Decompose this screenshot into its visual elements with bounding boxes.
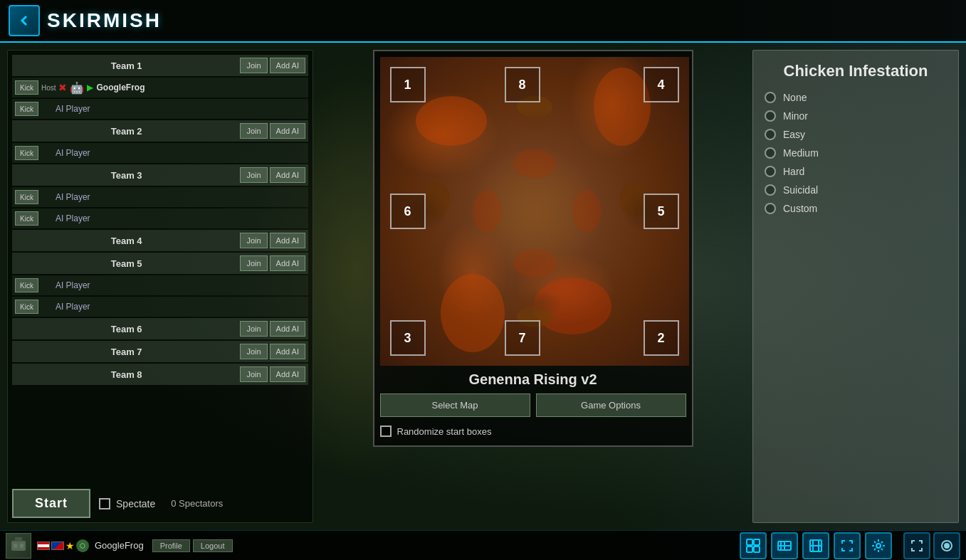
toolbar-icons xyxy=(740,532,892,559)
team-2-join-btn[interactable]: Join xyxy=(240,123,267,139)
team-1-addai-btn[interactable]: Add AI xyxy=(270,58,305,73)
toolbar-btn-3[interactable] xyxy=(802,532,829,559)
radio-hard[interactable]: Hard xyxy=(765,166,947,177)
toolbar-btn-1[interactable] xyxy=(740,532,767,559)
expand-btn[interactable] xyxy=(903,532,930,559)
radio-suicidal-circle xyxy=(765,184,776,196)
radio-medium[interactable]: Medium xyxy=(765,147,947,159)
team-6-addai-btn[interactable]: Add AI xyxy=(270,321,305,337)
status-username: GoogleFrog xyxy=(95,540,144,551)
radio-suicidal-label: Suicidal xyxy=(783,184,818,196)
svg-point-2 xyxy=(533,278,611,334)
settings-button[interactable] xyxy=(865,532,892,559)
start-box-5: 5 xyxy=(644,194,679,229)
map-panel: 1 8 4 6 5 3 7 2 xyxy=(320,50,745,523)
team-3-ai2-row: Kick AI Player xyxy=(12,208,308,228)
record-btn[interactable] xyxy=(933,532,960,559)
start-box-8: 8 xyxy=(505,67,540,102)
svg-rect-14 xyxy=(14,544,17,548)
team-5-ai1-row: Kick AI Player xyxy=(12,275,308,295)
team-8-addai-btn[interactable]: Add AI xyxy=(270,366,305,382)
spectate-row: Spectate xyxy=(99,498,155,509)
map-buttons: Select Map Game Options xyxy=(380,393,686,417)
map-container: 1 8 4 6 5 3 7 2 xyxy=(373,50,693,447)
game-options-button[interactable]: Game Options xyxy=(536,393,686,417)
teams-panel: Team 1 Join Add AI Kick Host ✖ 🤖 ▶ Googl… xyxy=(7,50,313,523)
svg-rect-17 xyxy=(754,539,760,545)
chicken-infestation-panel: Chicken Infestation None Minor Easy Medi… xyxy=(752,50,959,523)
radio-easy[interactable]: Easy xyxy=(765,129,947,140)
select-map-button[interactable]: Select Map xyxy=(380,393,530,417)
bottom-controls: Start Spectate 0 Spectators xyxy=(12,482,308,518)
start-box-3: 3 xyxy=(390,320,426,356)
team-2-addai-btn[interactable]: Add AI xyxy=(270,123,305,139)
team-1-join-btn[interactable]: Join xyxy=(240,58,267,73)
team-5-ai2-name: AI Player xyxy=(56,302,305,312)
team-3-kick2-btn[interactable]: Kick xyxy=(15,211,38,226)
team-5-name: Team 5 xyxy=(15,258,238,269)
profile-button[interactable]: Profile xyxy=(152,539,190,552)
randomize-checkbox[interactable] xyxy=(380,426,392,437)
svg-point-6 xyxy=(473,190,501,233)
team-8-row: Team 8 Join Add AI xyxy=(12,364,308,385)
status-buttons: Profile Logout xyxy=(152,539,233,552)
team-1-ai-kick-btn[interactable]: Kick xyxy=(15,102,38,116)
host-label: Host xyxy=(41,84,56,92)
radio-none-circle xyxy=(765,92,776,103)
status-bar: ★ ⬡ GoogleFrog Profile Logout xyxy=(0,530,966,560)
svg-rect-18 xyxy=(747,546,752,552)
logout-button[interactable]: Logout xyxy=(193,539,233,552)
start-button[interactable]: Start xyxy=(12,489,90,518)
team-3-ai1-row: Kick AI Player xyxy=(12,187,308,207)
radio-minor[interactable]: Minor xyxy=(765,110,947,122)
start-box-6: 6 xyxy=(390,194,426,229)
start-box-2: 2 xyxy=(644,320,679,356)
toolbar-btn-2[interactable] xyxy=(771,532,798,559)
radio-custom-circle xyxy=(765,203,776,214)
team-4-join-btn[interactable]: Join xyxy=(240,233,267,248)
team-3-ai1-name: AI Player xyxy=(56,192,305,202)
team-7-name: Team 7 xyxy=(15,347,238,357)
team-2-kick-btn[interactable]: Kick xyxy=(15,146,38,160)
team-5-row: Team 5 Join Add AI xyxy=(12,253,308,274)
radio-hard-label: Hard xyxy=(783,166,804,177)
team-7-join-btn[interactable]: Join xyxy=(240,344,267,359)
radio-medium-label: Medium xyxy=(783,147,819,159)
team-4-addai-btn[interactable]: Add AI xyxy=(270,233,305,248)
content-area: Team 1 Join Add AI Kick Host ✖ 🤖 ▶ Googl… xyxy=(0,43,966,530)
team-3-kick1-btn[interactable]: Kick xyxy=(15,190,38,204)
toolbar-btn-4[interactable] xyxy=(834,532,861,559)
team-5-kick1-btn[interactable]: Kick xyxy=(15,278,38,292)
svg-point-4 xyxy=(513,149,556,178)
robot-icon: 🤖 xyxy=(70,81,84,95)
team-2-name: Team 2 xyxy=(15,126,238,137)
spectate-checkbox[interactable] xyxy=(99,498,110,509)
randomize-row: Randomize start boxes xyxy=(380,423,686,440)
player-name: GoogleFrog xyxy=(96,83,145,93)
radio-suicidal[interactable]: Suicidal xyxy=(765,184,947,196)
spectate-label: Spectate xyxy=(116,498,155,509)
team-6-join-btn[interactable]: Join xyxy=(240,321,267,337)
back-button[interactable] xyxy=(9,5,40,36)
team-5-addai-btn[interactable]: Add AI xyxy=(270,255,305,271)
team-5-kick2-btn[interactable]: Kick xyxy=(15,300,38,314)
radio-minor-circle xyxy=(765,110,776,122)
start-box-4: 4 xyxy=(644,67,679,102)
team-5-join-btn[interactable]: Join xyxy=(240,255,267,271)
team-6-name: Team 6 xyxy=(15,324,238,334)
team-3-join-btn[interactable]: Join xyxy=(240,167,267,183)
svg-point-28 xyxy=(876,544,881,548)
team-8-name: Team 8 xyxy=(15,369,238,380)
svg-point-5 xyxy=(513,249,556,278)
team-8-join-btn[interactable]: Join xyxy=(240,366,267,382)
start-box-1: 1 xyxy=(390,67,426,102)
team-4-row: Team 4 Join Add AI xyxy=(12,230,308,251)
team-3-addai-btn[interactable]: Add AI xyxy=(270,167,305,183)
svg-point-1 xyxy=(594,68,651,146)
radio-custom[interactable]: Custom xyxy=(765,203,947,214)
radio-none[interactable]: None xyxy=(765,92,947,103)
radio-easy-circle xyxy=(765,129,776,140)
team-1-kick-btn[interactable]: Kick xyxy=(15,80,38,95)
team-5-ai1-name: AI Player xyxy=(56,280,305,290)
team-7-addai-btn[interactable]: Add AI xyxy=(270,344,305,359)
